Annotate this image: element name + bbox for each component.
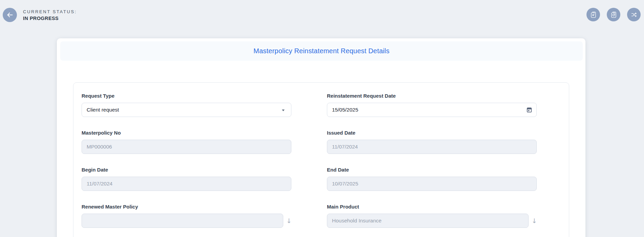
field-request-type: Request Type Client request <box>82 93 291 117</box>
request-date-wrap <box>327 103 537 117</box>
request-type-selected-value: Client request <box>87 107 119 113</box>
end-date-input <box>327 177 537 191</box>
field-masterpolicy-no: Masterpolicy No <box>82 130 291 154</box>
file-sync-icon <box>610 11 618 19</box>
chevron-down-icon <box>282 110 285 111</box>
calendar-icon[interactable] <box>526 106 533 113</box>
field-begin-date: Begin Date <box>82 167 291 191</box>
export-file-button[interactable] <box>586 8 600 21</box>
shuffle-icon <box>630 11 638 19</box>
shuffle-button[interactable] <box>627 8 641 21</box>
lookup-down-arrow-icon[interactable]: ↓ <box>286 218 292 224</box>
main-product-lookup: ↓ <box>327 214 537 228</box>
masterpolicy-no-input <box>82 140 291 154</box>
renewed-master-policy-label: Renewed Master Policy <box>82 204 291 210</box>
main-product-input <box>327 214 529 228</box>
request-type-select[interactable]: Client request <box>82 103 291 117</box>
page-title: Masterpolicy Reinstatement Request Detai… <box>253 47 390 55</box>
field-main-product: Main Product ↓ <box>327 204 537 228</box>
field-issued-date: Issued Date <box>327 130 537 154</box>
form-grid: Request Type Client request Reinstatemen… <box>82 93 569 228</box>
back-button[interactable] <box>3 8 17 22</box>
issued-date-label: Issued Date <box>327 130 537 136</box>
file-export-icon <box>590 11 597 19</box>
renewed-master-policy-input <box>82 214 283 228</box>
field-reinstatement-request-date: Reinstatement Request Date <box>327 93 537 117</box>
request-form-panel: Request Type Client request Reinstatemen… <box>73 82 569 237</box>
end-date-label: End Date <box>327 167 537 173</box>
field-end-date: End Date <box>327 167 537 191</box>
request-type-label: Request Type <box>82 93 291 99</box>
begin-date-label: Begin Date <box>82 167 291 173</box>
card-title-banner: Masterpolicy Reinstatement Request Detai… <box>60 41 583 61</box>
current-status: CURRENT STATUS: IN PROGRESS <box>23 9 77 21</box>
request-details-card: Masterpolicy Reinstatement Request Detai… <box>57 38 585 237</box>
sync-file-button[interactable] <box>607 8 620 21</box>
request-date-input[interactable] <box>327 103 537 117</box>
field-renewed-master-policy: Renewed Master Policy ↓ <box>82 204 291 228</box>
current-status-label: CURRENT STATUS: <box>23 9 77 14</box>
arrow-left-icon <box>6 11 14 19</box>
issued-date-input <box>327 140 537 154</box>
current-status-value: IN PROGRESS <box>23 16 77 21</box>
begin-date-input <box>82 177 291 191</box>
lookup-down-arrow-icon[interactable]: ↓ <box>532 218 537 224</box>
masterpolicy-no-label: Masterpolicy No <box>82 130 291 136</box>
request-date-label: Reinstatement Request Date <box>327 93 537 99</box>
renewed-master-policy-lookup: ↓ <box>82 214 291 228</box>
main-product-label: Main Product <box>327 204 537 210</box>
